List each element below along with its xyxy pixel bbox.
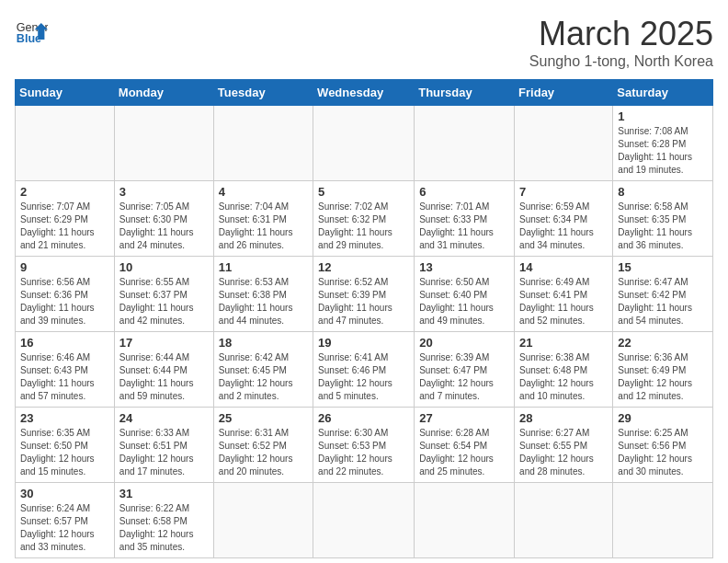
calendar-cell: 30Sunrise: 6:24 AM Sunset: 6:57 PM Dayli… bbox=[16, 483, 115, 558]
day-number: 23 bbox=[20, 411, 109, 425]
day-number: 25 bbox=[219, 411, 308, 425]
calendar-cell bbox=[114, 106, 213, 181]
logo: General Blue bbox=[15, 15, 48, 48]
day-number: 11 bbox=[219, 260, 308, 274]
day-number: 7 bbox=[519, 185, 608, 199]
day-number: 14 bbox=[519, 260, 608, 274]
day-info: Sunrise: 6:33 AM Sunset: 6:51 PM Dayligh… bbox=[119, 427, 209, 478]
day-number: 16 bbox=[20, 336, 109, 350]
calendar-cell: 3Sunrise: 7:05 AM Sunset: 6:30 PM Daylig… bbox=[114, 181, 213, 257]
calendar-cell: 21Sunrise: 6:38 AM Sunset: 6:48 PM Dayli… bbox=[515, 332, 613, 408]
day-info: Sunrise: 6:58 AM Sunset: 6:35 PM Dayligh… bbox=[618, 201, 708, 252]
day-info: Sunrise: 7:08 AM Sunset: 6:28 PM Dayligh… bbox=[618, 125, 708, 177]
week-row-4: 23Sunrise: 6:35 AM Sunset: 6:50 PM Dayli… bbox=[16, 408, 713, 483]
calendar-cell: 10Sunrise: 6:55 AM Sunset: 6:37 PM Dayli… bbox=[114, 257, 213, 332]
day-number: 28 bbox=[519, 411, 608, 425]
day-info: Sunrise: 6:25 AM Sunset: 6:56 PM Dayligh… bbox=[618, 427, 708, 478]
day-info: Sunrise: 6:47 AM Sunset: 6:42 PM Dayligh… bbox=[618, 276, 708, 327]
day-number: 6 bbox=[419, 185, 509, 199]
calendar-cell: 8Sunrise: 6:58 AM Sunset: 6:35 PM Daylig… bbox=[613, 181, 713, 257]
day-info: Sunrise: 7:01 AM Sunset: 6:33 PM Dayligh… bbox=[419, 201, 509, 252]
day-info: Sunrise: 6:31 AM Sunset: 6:52 PM Dayligh… bbox=[219, 427, 308, 478]
day-number: 2 bbox=[20, 185, 109, 199]
calendar-cell: 6Sunrise: 7:01 AM Sunset: 6:33 PM Daylig… bbox=[415, 181, 515, 257]
calendar-cell bbox=[415, 106, 515, 181]
calendar-cell bbox=[613, 483, 713, 558]
day-info: Sunrise: 7:07 AM Sunset: 6:29 PM Dayligh… bbox=[20, 201, 109, 252]
calendar-cell: 11Sunrise: 6:53 AM Sunset: 6:38 PM Dayli… bbox=[213, 257, 313, 332]
calendar-cell: 16Sunrise: 6:46 AM Sunset: 6:43 PM Dayli… bbox=[16, 332, 115, 408]
weekday-header-row: SundayMondayTuesdayWednesdayThursdayFrid… bbox=[16, 80, 713, 106]
calendar-cell: 12Sunrise: 6:52 AM Sunset: 6:39 PM Dayli… bbox=[313, 257, 415, 332]
day-number: 10 bbox=[119, 260, 209, 274]
day-info: Sunrise: 6:36 AM Sunset: 6:49 PM Dayligh… bbox=[618, 351, 708, 403]
day-number: 27 bbox=[419, 411, 509, 425]
calendar-cell: 2Sunrise: 7:07 AM Sunset: 6:29 PM Daylig… bbox=[16, 181, 115, 257]
calendar-cell bbox=[213, 483, 313, 558]
day-info: Sunrise: 6:24 AM Sunset: 6:57 PM Dayligh… bbox=[20, 502, 109, 554]
day-number: 21 bbox=[519, 336, 608, 350]
day-number: 15 bbox=[618, 260, 708, 274]
weekday-monday: Monday bbox=[114, 80, 213, 106]
day-number: 24 bbox=[119, 411, 209, 425]
svg-text:Blue: Blue bbox=[17, 32, 41, 45]
calendar-cell: 26Sunrise: 6:30 AM Sunset: 6:53 PM Dayli… bbox=[313, 408, 415, 483]
calendar-cell: 25Sunrise: 6:31 AM Sunset: 6:52 PM Dayli… bbox=[213, 408, 313, 483]
day-info: Sunrise: 6:28 AM Sunset: 6:54 PM Dayligh… bbox=[419, 427, 509, 478]
logo-icon: General Blue bbox=[15, 15, 48, 48]
calendar-cell: 22Sunrise: 6:36 AM Sunset: 6:49 PM Dayli… bbox=[613, 332, 713, 408]
calendar-cell bbox=[415, 483, 515, 558]
calendar-cell bbox=[515, 483, 613, 558]
day-info: Sunrise: 6:46 AM Sunset: 6:43 PM Dayligh… bbox=[20, 351, 109, 403]
day-info: Sunrise: 6:22 AM Sunset: 6:58 PM Dayligh… bbox=[119, 502, 209, 554]
day-info: Sunrise: 6:38 AM Sunset: 6:48 PM Dayligh… bbox=[519, 351, 608, 403]
weekday-tuesday: Tuesday bbox=[213, 80, 313, 106]
day-info: Sunrise: 6:42 AM Sunset: 6:45 PM Dayligh… bbox=[219, 351, 308, 403]
calendar-cell: 15Sunrise: 6:47 AM Sunset: 6:42 PM Dayli… bbox=[613, 257, 713, 332]
day-number: 17 bbox=[119, 336, 209, 350]
calendar-cell: 24Sunrise: 6:33 AM Sunset: 6:51 PM Dayli… bbox=[114, 408, 213, 483]
weekday-thursday: Thursday bbox=[415, 80, 515, 106]
day-number: 3 bbox=[119, 185, 209, 199]
day-info: Sunrise: 6:59 AM Sunset: 6:34 PM Dayligh… bbox=[519, 201, 608, 252]
calendar-table: SundayMondayTuesdayWednesdayThursdayFrid… bbox=[15, 79, 713, 558]
day-number: 8 bbox=[618, 185, 708, 199]
day-info: Sunrise: 6:55 AM Sunset: 6:37 PM Dayligh… bbox=[119, 276, 209, 327]
calendar-cell bbox=[313, 106, 415, 181]
day-number: 9 bbox=[20, 260, 109, 274]
day-number: 31 bbox=[119, 487, 209, 500]
calendar-cell: 31Sunrise: 6:22 AM Sunset: 6:58 PM Dayli… bbox=[114, 483, 213, 558]
day-number: 19 bbox=[318, 336, 409, 350]
day-info: Sunrise: 6:53 AM Sunset: 6:38 PM Dayligh… bbox=[219, 276, 308, 327]
title-block: March 2025 Sungho 1-tong, North Korea bbox=[529, 15, 713, 70]
calendar-cell: 23Sunrise: 6:35 AM Sunset: 6:50 PM Dayli… bbox=[16, 408, 115, 483]
day-info: Sunrise: 6:52 AM Sunset: 6:39 PM Dayligh… bbox=[318, 276, 409, 327]
day-info: Sunrise: 6:49 AM Sunset: 6:41 PM Dayligh… bbox=[519, 276, 608, 327]
calendar-cell: 18Sunrise: 6:42 AM Sunset: 6:45 PM Dayli… bbox=[213, 332, 313, 408]
day-info: Sunrise: 6:27 AM Sunset: 6:55 PM Dayligh… bbox=[519, 427, 608, 478]
day-info: Sunrise: 6:56 AM Sunset: 6:36 PM Dayligh… bbox=[20, 276, 109, 327]
weekday-sunday: Sunday bbox=[16, 80, 115, 106]
calendar-cell bbox=[515, 106, 613, 181]
day-info: Sunrise: 6:39 AM Sunset: 6:47 PM Dayligh… bbox=[419, 351, 509, 403]
day-info: Sunrise: 7:04 AM Sunset: 6:31 PM Dayligh… bbox=[219, 201, 308, 252]
day-info: Sunrise: 6:35 AM Sunset: 6:50 PM Dayligh… bbox=[20, 427, 109, 478]
weekday-wednesday: Wednesday bbox=[313, 80, 415, 106]
day-number: 5 bbox=[318, 185, 409, 199]
calendar-cell bbox=[213, 106, 313, 181]
day-number: 29 bbox=[618, 411, 708, 425]
day-number: 30 bbox=[20, 487, 109, 500]
day-number: 20 bbox=[419, 336, 509, 350]
calendar-cell: 9Sunrise: 6:56 AM Sunset: 6:36 PM Daylig… bbox=[16, 257, 115, 332]
day-number: 1 bbox=[618, 109, 708, 123]
calendar-cell: 27Sunrise: 6:28 AM Sunset: 6:54 PM Dayli… bbox=[415, 408, 515, 483]
day-info: Sunrise: 6:50 AM Sunset: 6:40 PM Dayligh… bbox=[419, 276, 509, 327]
day-info: Sunrise: 7:05 AM Sunset: 6:30 PM Dayligh… bbox=[119, 201, 209, 252]
calendar-cell: 29Sunrise: 6:25 AM Sunset: 6:56 PM Dayli… bbox=[613, 408, 713, 483]
day-number: 22 bbox=[618, 336, 708, 350]
calendar-cell: 1Sunrise: 7:08 AM Sunset: 6:28 PM Daylig… bbox=[613, 106, 713, 181]
day-info: Sunrise: 6:44 AM Sunset: 6:44 PM Dayligh… bbox=[119, 351, 209, 403]
weekday-saturday: Saturday bbox=[613, 80, 713, 106]
day-info: Sunrise: 7:02 AM Sunset: 6:32 PM Dayligh… bbox=[318, 201, 409, 252]
week-row-3: 16Sunrise: 6:46 AM Sunset: 6:43 PM Dayli… bbox=[16, 332, 713, 408]
